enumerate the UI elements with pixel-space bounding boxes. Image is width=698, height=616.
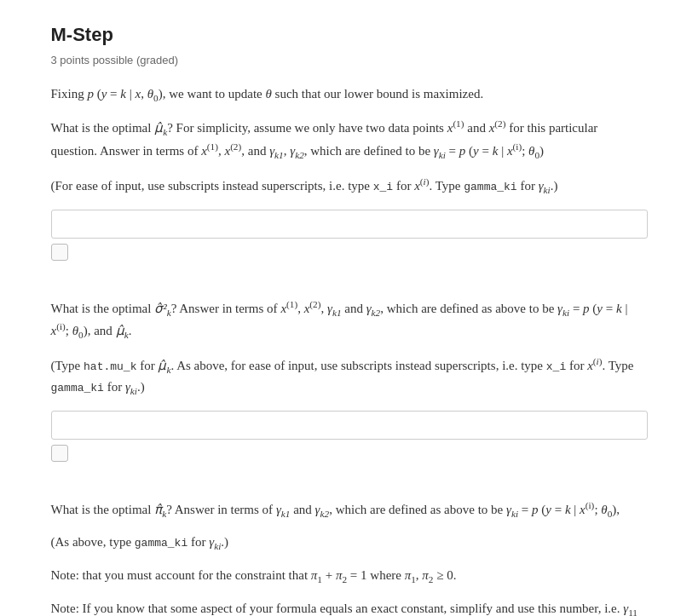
checkbox-1[interactable] [51, 244, 68, 261]
paragraph-2: What is the optimal μ̂k? For simplicity,… [51, 117, 648, 163]
paragraph-4: What is the optimal σ̂²k? Answer in term… [51, 297, 648, 343]
paragraph-1: Fixing p (y = k | x, θ0), we want to upd… [51, 84, 648, 106]
paragraph-9: Note: If you know that some aspect of yo… [51, 599, 648, 616]
page-title: M-Step [51, 20, 648, 49]
page-container: M-Step 3 points possible (graded) Fixing… [17, 0, 682, 616]
paragraph-3: (For ease of input, use subscripts inste… [51, 175, 648, 198]
paragraph-5: (Type hat.mu_k for μ̂k. As above, for ea… [51, 354, 648, 399]
subtitle: 3 points possible (graded) [51, 52, 648, 69]
paragraph-6: What is the optimal π̂k? Answer in terms… [51, 498, 648, 521]
paragraph-7: (As above, type gamma_ki for γki.) [51, 533, 648, 554]
answer-input-2[interactable] [51, 411, 648, 440]
answer-input-1[interactable] [51, 210, 648, 239]
paragraph-8: Note: that you must account for the cons… [51, 566, 648, 587]
input-group-1 [51, 210, 648, 280]
checkbox-2[interactable] [51, 445, 68, 462]
input-group-2 [51, 411, 648, 481]
